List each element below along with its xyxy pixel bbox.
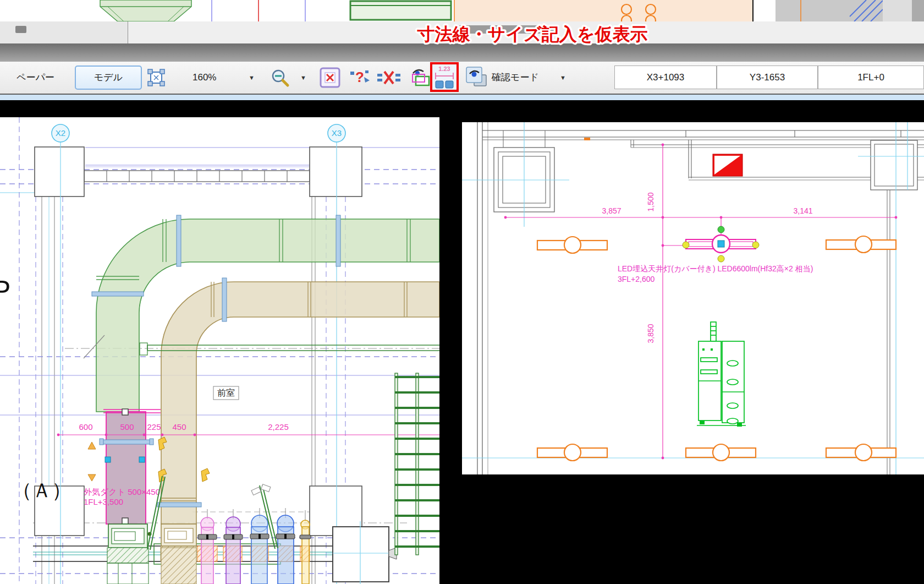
equipment-box	[326, 521, 397, 584]
room-tint-band	[454, 0, 753, 21]
stretch-handle[interactable]	[718, 255, 724, 262]
move-handle[interactable]	[718, 241, 724, 247]
clip-range-icon[interactable]	[319, 67, 341, 89]
stretch-handle[interactable]	[752, 242, 759, 248]
element-query-icon[interactable]: ?	[349, 67, 371, 88]
model-tab[interactable]: モデル	[75, 66, 142, 90]
svg-text:LED埋込天井灯(カバー付き) LED6600lm(Hf32: LED埋込天井灯(カバー付き) LED6600lm(Hf32高×2 相当)	[618, 264, 813, 273]
top-strip-drawing	[0, 0, 924, 21]
zoom-out-icon[interactable]	[271, 68, 290, 88]
green-hood-shape	[100, 0, 191, 21]
duct-annotation-line1: 外気ダクト 500×450	[84, 487, 160, 496]
svg-text:前室: 前室	[217, 388, 235, 397]
scrollbar-thumb[interactable]	[458, 25, 559, 34]
show-hidden-elements-icon[interactable]	[409, 67, 431, 89]
left-viewport-duct-plan[interactable]: X2 X3	[0, 117, 439, 584]
confirm-mode-caret[interactable]: ▼	[560, 62, 566, 94]
temporary-dimension-display-button[interactable]: 1.23	[430, 62, 459, 92]
svg-text:1,500: 1,500	[646, 192, 655, 211]
pipe-valves	[198, 534, 311, 539]
status-y-coordinate: Y3-1653	[717, 66, 818, 89]
drawing-canvas: X2 X3	[0, 100, 924, 584]
duct-annotation-line2: 1FL+3,500	[84, 497, 123, 506]
svg-text:3FL+2,600: 3FL+2,600	[618, 275, 655, 283]
selection-grip[interactable]	[139, 457, 145, 462]
rotation-handle[interactable]	[718, 226, 724, 233]
cad-application-window: 寸法線・サイズ記入を仮表示 ペーパー モデル 160% ▼ ▼	[0, 0, 924, 584]
svg-text:2,225: 2,225	[268, 422, 289, 432]
section-label-a: （Ａ）	[12, 479, 72, 501]
selection-grip[interactable]	[105, 457, 111, 462]
wall-band	[776, 0, 850, 21]
fire-damper-symbol	[713, 154, 743, 176]
delete-dimension-icon[interactable]	[377, 69, 400, 86]
zoom-tools-caret[interactable]: ▼	[300, 62, 306, 94]
wall-marker	[584, 138, 590, 140]
confirm-mode-icon[interactable]	[465, 66, 490, 89]
paper-tab[interactable]: ペーパー	[16, 62, 54, 94]
top-drawing-strip[interactable]	[0, 0, 924, 21]
svg-text:600: 600	[79, 422, 92, 432]
green-duct-section	[350, 1, 451, 20]
grid-label-x2: X2	[56, 128, 65, 138]
zoom-dropdown-caret[interactable]: ▼	[249, 62, 255, 94]
left-scrollbar-thumb[interactable]	[15, 26, 26, 33]
hatched-column	[850, 0, 883, 21]
dim-icon-digits: 1.23	[438, 66, 450, 72]
svg-text:500: 500	[120, 422, 134, 432]
window-divider-band	[0, 43, 924, 62]
svg-text:3,850: 3,850	[646, 324, 655, 343]
room-label: 前室	[213, 386, 239, 400]
svg-text:3,857: 3,857	[602, 206, 621, 215]
selection-handle[interactable]	[122, 518, 128, 524]
horizontal-scrollbar-track[interactable]	[0, 21, 924, 44]
confirm-mode-label[interactable]: 確認モード	[492, 62, 539, 94]
left-pane-scrollbar[interactable]	[0, 21, 128, 43]
svg-text:?: ?	[355, 69, 364, 85]
view-toolbar: ペーパー モデル 160% ▼ ▼ ?	[0, 62, 924, 95]
toolbar-accent-strip	[0, 95, 924, 100]
selection-handle[interactable]	[122, 409, 128, 415]
stretch-handle[interactable]	[683, 242, 689, 248]
zoom-level-value[interactable]: 160%	[193, 62, 216, 94]
status-floor-level: 1FL+0	[818, 66, 924, 89]
margin-edge	[912, 0, 924, 21]
grid-label-x3: X3	[332, 128, 342, 138]
svg-text:450: 450	[172, 422, 186, 432]
zoom-extents-icon[interactable]	[147, 69, 165, 86]
svg-text:225: 225	[147, 422, 161, 432]
right-viewport-ceiling-plan[interactable]: 3,857 3,141 1,500 3,850	[462, 122, 924, 474]
wall-brick-band	[84, 171, 310, 182]
cutoff-label-p: P	[0, 275, 10, 306]
status-x-coordinate: X3+1093	[614, 66, 717, 89]
svg-text:3,141: 3,141	[793, 206, 812, 215]
